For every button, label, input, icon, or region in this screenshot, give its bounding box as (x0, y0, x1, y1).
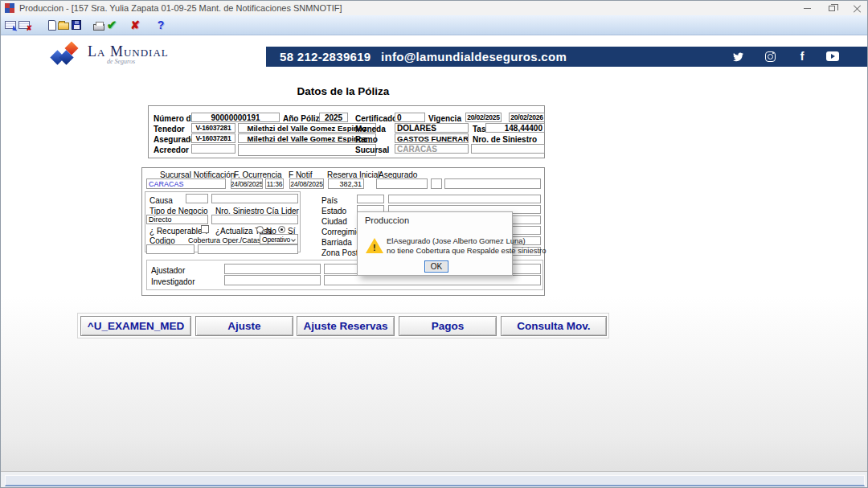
sucursal-field: CARACAS (395, 144, 469, 154)
instagram-icon[interactable] (762, 48, 778, 64)
numero-poliza-field[interactable]: 90000000191 (191, 113, 280, 122)
investigador-code-field[interactable] (224, 275, 321, 285)
hora-ocurrencia-field[interactable]: 11:36 (265, 178, 284, 189)
ok-button[interactable]: OK (424, 260, 448, 273)
claim-asegurado-id-field[interactable] (376, 178, 428, 189)
pais-label: País (321, 196, 338, 205)
save-icon[interactable] (69, 18, 84, 32)
cobertura-desc-field[interactable] (198, 244, 298, 254)
contact-bar: 58 212-2839619 info@lamundialdeseguros.c… (266, 47, 868, 67)
certificado-field[interactable]: 0 (395, 113, 425, 122)
pais-name-field[interactable] (388, 195, 541, 203)
ramo-label: Ramo (355, 135, 378, 144)
produccion-dialog: Produccion ! ElAsegurado (Jose Alberto G… (357, 211, 513, 276)
ajuste-button[interactable]: Ajuste (195, 316, 293, 336)
help-icon[interactable]: ? (154, 18, 168, 32)
tenedor-label: Tenedor (154, 125, 185, 133)
cobertura-dropdown[interactable]: Operativo (260, 234, 298, 244)
page-title: Datos de la Póliza (141, 85, 545, 97)
dialog-message-line2: no tiene Cobertura que Respalde este sin… (387, 246, 509, 255)
f-ocurrencia-field[interactable]: 24/08/2025 (231, 178, 263, 189)
email-address: info@lamundialdeseguros.com (381, 50, 567, 64)
causa-label: Causa (149, 196, 173, 205)
ajuste-reservas-button[interactable]: Ajuste Reservas (297, 316, 395, 336)
facebook-icon[interactable]: f (794, 48, 810, 64)
app-icon (5, 3, 14, 13)
actualiza-si-radio[interactable] (278, 226, 285, 233)
reserva-inicial-field[interactable]: 382,31 (328, 178, 364, 189)
moneda-label: Moneda (355, 125, 386, 133)
sucursal-notif-field[interactable]: CARACAS (146, 178, 226, 189)
restore-button[interactable] (820, 1, 844, 15)
investigador-name-field[interactable] (324, 275, 541, 285)
confirm-check-icon[interactable]: ✔ (104, 18, 119, 32)
dialog-message-line1: ElAsegurado (Jose Alberto Gomez Luna) (387, 236, 509, 245)
acreedor-label: Acreedor (154, 146, 189, 154)
investigador-label: Investigador (151, 277, 194, 286)
consulta-mov-button[interactable]: Consulta Mov. (501, 316, 607, 336)
ajustador-code-field[interactable] (224, 264, 321, 274)
codigo-field[interactable] (146, 244, 194, 254)
pais-code-field[interactable] (357, 195, 384, 203)
estado-label: Estado (321, 207, 346, 215)
actualiza-no-radio[interactable] (256, 226, 264, 233)
causa-code-field[interactable] (186, 194, 208, 203)
keyboard-accept-icon[interactable] (3, 18, 18, 32)
dialog-title-bar[interactable]: Produccion (358, 212, 512, 228)
nro-siniestro-field[interactable] (471, 144, 545, 154)
claim-asegurado-dv-field[interactable] (431, 178, 442, 189)
moneda-field[interactable]: DOLARES (395, 123, 469, 133)
chevron-down-icon (291, 237, 296, 242)
brand-tagline: de Seguros (107, 58, 135, 65)
causa-desc-field[interactable] (211, 194, 298, 203)
acreedor-id-field[interactable] (191, 144, 235, 154)
vigencia-desde-field[interactable]: 20/02/2025 (465, 113, 502, 122)
nro-cia-lider-field[interactable] (211, 215, 298, 224)
twitter-icon[interactable] (730, 48, 746, 64)
application-window: Produccion - [157 Sra. Yulia Zapata 01-0… (0, 0, 868, 488)
barriada-label: Barriada (321, 238, 352, 247)
keyboard-cancel-icon[interactable]: ✘ (17, 18, 31, 32)
claim-asegurado-nombre-field[interactable] (444, 178, 541, 189)
ano-poliza-label: Año Póliza (283, 114, 324, 123)
f-notif-field[interactable]: 24/08/2025 (289, 178, 324, 189)
status-bar-panel (5, 475, 865, 486)
cancel-x-icon[interactable]: ✘ (128, 18, 142, 32)
main-content: La Mundial de Seguros 58 212-2839619 inf… (1, 35, 868, 471)
ciudad-label: Ciudad (321, 217, 347, 226)
close-button[interactable] (845, 1, 868, 15)
nro-siniestro-label: Nro. de Siniestro (473, 135, 537, 144)
cobertura-label: Cobertura Oper./Catast. (188, 236, 265, 244)
vigencia-hasta-field[interactable]: 20/02/2026 (509, 113, 545, 122)
tenedor-id-field[interactable]: V-16037281 (191, 123, 235, 133)
numero-label: Número de (154, 114, 195, 123)
recuperable-checkbox[interactable] (201, 225, 209, 233)
asegurado-label: Asegurado (154, 135, 195, 144)
certificado-label: Certificado (355, 114, 397, 123)
asegurado-id-field[interactable]: V-16037281 (191, 133, 235, 143)
tasa-field[interactable]: 148,44400 (485, 123, 545, 133)
youtube-icon[interactable] (825, 48, 841, 64)
pagos-button[interactable]: Pagos (399, 316, 497, 336)
ajustador-label: Ajustador (151, 266, 185, 275)
recuperable-label: ¿ Recuperable ? (149, 227, 209, 236)
company-logo-icon (51, 43, 86, 70)
minimize-button[interactable] (795, 1, 819, 15)
window-title: Produccion - [157 Sra. Yulia Zapata 01-0… (19, 3, 342, 13)
examen-med-button[interactable]: ^U_EXAMEN_MED (80, 316, 191, 336)
sucursal-label: Sucursal (355, 146, 389, 154)
vigencia-label: Vigencia (428, 114, 461, 123)
tipo-negocio-field[interactable]: Directo (146, 215, 208, 224)
warning-exclamation: ! (373, 243, 376, 252)
phone-number: 58 212-2839619 (280, 50, 371, 64)
ramo-field[interactable]: GASTOS FUNERARIO (395, 133, 469, 143)
title-bar: Produccion - [157 Sra. Yulia Zapata 01-0… (1, 1, 868, 15)
ano-poliza-field[interactable]: 2025 (319, 113, 348, 122)
